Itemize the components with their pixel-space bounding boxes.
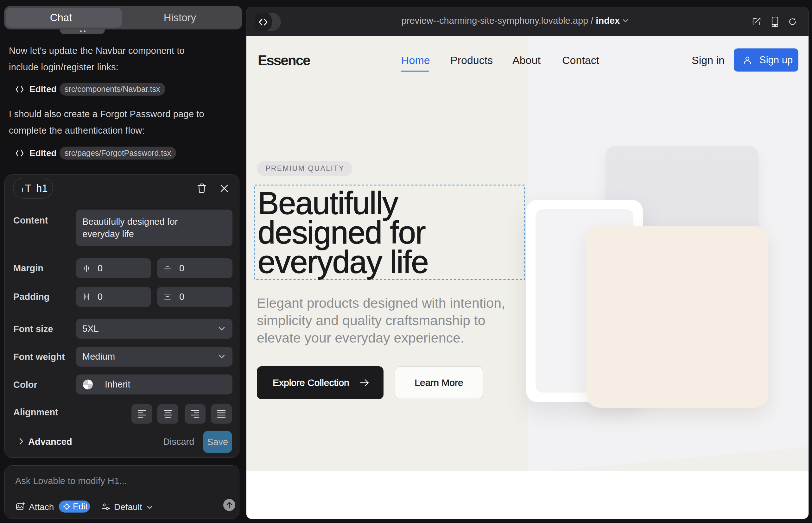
svg-text:T: T (25, 183, 31, 194)
svg-text:т: т (21, 185, 24, 194)
